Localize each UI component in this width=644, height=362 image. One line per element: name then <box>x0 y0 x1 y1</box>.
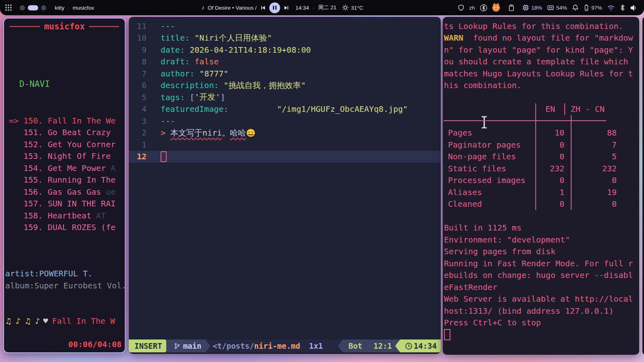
track-number: 150. <box>23 116 47 125</box>
track-number: 153. <box>23 151 47 161</box>
table-row: Processed images00 <box>443 175 639 187</box>
list-item[interactable]: 152. Get You Corner <box>4 138 125 150</box>
table-row: Cleaned00 <box>443 198 639 210</box>
file-name: niri-me.md <box>254 341 300 350</box>
hugo-terminal-window[interactable]: ts Lookup Rules for this combination.WAR… <box>443 17 639 355</box>
editor-line[interactable]: 5tags: ['开发'] <box>129 91 441 103</box>
list-item[interactable]: 154. Get Me Power A <box>4 162 125 174</box>
list-item[interactable]: 155. Running In The <box>4 174 125 186</box>
bluetooth-icon[interactable] <box>620 4 625 11</box>
track-number: 152. <box>23 140 47 149</box>
wifi-icon[interactable] <box>607 4 615 11</box>
editor-line[interactable]: 1 <box>129 139 441 151</box>
header-rule-right <box>89 26 119 27</box>
battery-icon <box>584 4 589 12</box>
code-segment: --- <box>161 116 175 126</box>
terminal-line: Running in Fast Render Mode. For full r <box>443 257 639 269</box>
list-item[interactable]: 153. Night Of Fire <box>4 150 125 162</box>
terminal-text: ebuilds on change: hugo server --disabl <box>444 270 633 280</box>
track-title: Go Beat Crazy <box>47 128 111 137</box>
previous-track-icon[interactable] <box>260 5 266 11</box>
cat-app-tray-icon[interactable] <box>492 4 500 12</box>
terminal-text: Press Ctrl+C to stop <box>444 318 541 327</box>
terminal-text: Serving pages from disk <box>444 247 555 256</box>
editor-line[interactable]: 2> 本文写于niri。哈哈😄 <box>129 127 441 139</box>
clock-icon <box>405 342 413 350</box>
line-number: 5 <box>129 93 147 102</box>
list-item[interactable]: 157. SUN IN THE RAI <box>4 198 125 210</box>
cpu-usage[interactable]: 18% <box>522 4 542 11</box>
stat-zh-value: 19 <box>571 186 622 198</box>
editor-buffer[interactable]: 11---10title: "Niri个人日用体验"9date: 2026-04… <box>129 20 441 162</box>
progress-bar[interactable]: · · · · · · · · · · · · · <box>6 341 68 348</box>
track-number: 155. <box>23 175 47 185</box>
editor-line[interactable]: 10title: "Niri个人日用体验" <box>129 32 441 44</box>
app-launcher-icon[interactable] <box>5 4 12 11</box>
playlist: => 150. Fall In The We 151. Go Beat Craz… <box>4 115 125 233</box>
weather-widget[interactable]: 31°C <box>342 0 363 15</box>
terminal-line: Environment: "development" <box>443 234 639 246</box>
clock-date: 周二 21 <box>318 4 336 11</box>
line-number: 1 <box>129 140 147 150</box>
next-track-icon[interactable] <box>283 5 289 11</box>
code-segment <box>190 57 194 66</box>
stats-table-header: ENZH - CN <box>443 103 639 115</box>
playlist-cursor-arrow <box>4 140 23 149</box>
music-notes-icon: ♫ ♪ ♫ ♪ <box>6 316 40 326</box>
input-language-indicator[interactable]: zh <box>469 5 475 11</box>
musicfox-window[interactable]: musicfox D-NAVI => 150. Fall In The We 1… <box>3 18 126 353</box>
stat-label: Static files <box>443 164 535 173</box>
code-segment: tags: <box>161 93 185 102</box>
track-title: Get You Corner <box>47 140 116 149</box>
terminal-blank-line <box>443 91 639 103</box>
memory-usage[interactable]: 54% <box>547 4 567 11</box>
list-item[interactable]: 159. DUAL ROZES (fe <box>4 222 125 234</box>
line-content: > 本文写于niri。哈哈😄 <box>161 128 256 138</box>
editor-line[interactable]: 8draft: false <box>129 56 441 68</box>
editor-line[interactable]: 11--- <box>129 20 441 32</box>
list-item[interactable]: 156. Gas Gas Gas ue <box>4 186 125 198</box>
code-segment: "挑战自我，拥抱效率" <box>224 80 306 91</box>
editor-line[interactable]: 9date: 2026-04-21T14:18:19+08:00 <box>129 44 441 56</box>
list-item[interactable]: 158. Heartbeat AT <box>4 210 125 222</box>
table-row: Aliases119 <box>443 186 639 198</box>
now-playing-track[interactable]: Of Desire • Various / <box>208 5 257 11</box>
volume-icon[interactable] <box>630 4 638 11</box>
now-playing-song: Fall In The W <box>52 316 115 326</box>
editor-line[interactable]: 7author: "8777" <box>129 68 441 80</box>
track-number: 156. <box>23 187 47 197</box>
pause-button[interactable] <box>269 2 280 13</box>
code-segment: 本文写于niri <box>170 128 222 138</box>
list-item[interactable]: => 150. Fall In The We <box>4 115 125 127</box>
track-title-dim: ue <box>106 187 116 197</box>
playlist-cursor-arrow: => <box>4 116 23 125</box>
now-playing-row: ♫ ♪ ♫ ♪ ♥ Fall In The W <box>6 316 115 326</box>
heart-icon[interactable]: ♥ <box>40 316 52 326</box>
code-segment: date: <box>161 45 185 55</box>
clipboard-icon[interactable] <box>508 4 515 12</box>
title-separator: · <box>68 5 70 11</box>
musicfox-menu-item[interactable]: D-NAVI <box>19 79 50 89</box>
battery-status[interactable]: 97% <box>584 4 602 12</box>
playlist-cursor-arrow <box>4 151 23 161</box>
editor-line[interactable]: 6description: "挑战自我，拥抱效率" <box>129 80 441 92</box>
workspace-active-pill[interactable] <box>28 5 38 10</box>
next-window-sliver[interactable] <box>642 17 644 355</box>
table-row: Non-page files05 <box>443 151 639 163</box>
editor-line[interactable]: 4featuredImage: "/img1/HGUFz_ObcAEAYq8.j… <box>129 103 441 115</box>
artist-value: POWERFUL T. <box>39 269 92 278</box>
editor-window[interactable]: 11---10title: "Niri个人日用体验"9date: 2026-04… <box>129 17 441 354</box>
line-number: 4 <box>129 104 147 114</box>
editor-line[interactable]: 12 <box>129 151 441 163</box>
notification-bell-icon[interactable] <box>572 4 579 11</box>
stat-zh-value: 232 <box>571 162 622 175</box>
workspace-dot[interactable] <box>41 5 46 10</box>
editor-line[interactable]: 3--- <box>129 115 441 127</box>
cursor-position: 12:1 <box>374 341 392 350</box>
shield-icon[interactable] <box>458 4 464 11</box>
list-item[interactable]: 151. Go Beat Crazy <box>4 127 125 139</box>
clock-widget[interactable]: 14:34 · 周二 21 <box>295 0 336 15</box>
bluetooth-tray-icon[interactable] <box>480 4 487 12</box>
media-controls: ♪ Of Desire • Various / <box>201 0 289 15</box>
workspace-dot[interactable] <box>20 5 25 10</box>
